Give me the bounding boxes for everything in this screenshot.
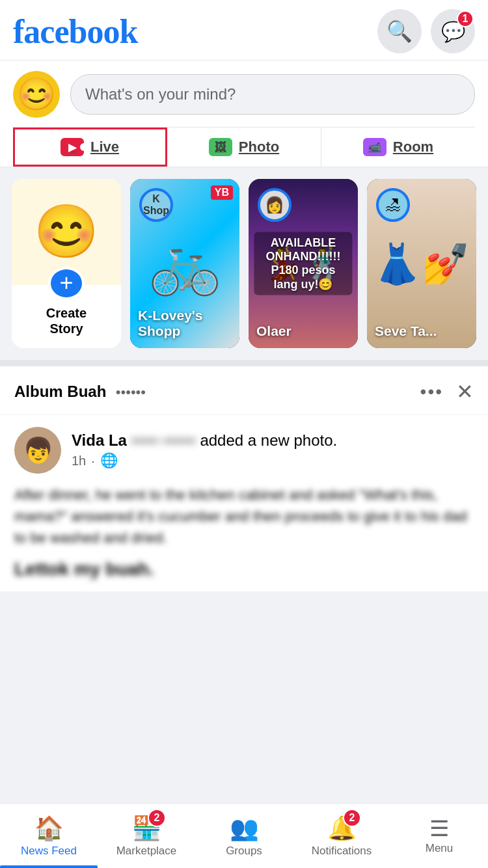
live-button[interactable]: Live (13, 128, 167, 167)
story-name-klovey: K-Lovey's Shopp (138, 308, 232, 339)
room-label: Room (393, 139, 433, 156)
story-card-olaer[interactable]: 👩 AVAILABLE ONHAND!!!!!! P180 pesos lang… (249, 179, 358, 348)
nav-label-newsfeed: News Feed (21, 845, 77, 858)
header: facebook 🔍 💬 1 (0, 0, 488, 61)
post-separator: · (91, 454, 95, 468)
nav-label-notifications: Notifications (312, 845, 372, 858)
messenger-button[interactable]: 💬 1 (431, 9, 475, 53)
photo-icon (209, 138, 232, 156)
post-album-subtitle: •••••• (116, 384, 146, 400)
post-author-row: 👦 Vida La ••••• •••••• added a new photo… (14, 427, 474, 474)
search-button[interactable]: 🔍 (377, 9, 422, 53)
nav-item-notifications[interactable]: 2 🔔 Notifications (293, 804, 390, 868)
create-story-plus: + (48, 267, 85, 300)
post-meta: 1h · 🌐 (72, 452, 474, 469)
story-card-klovey[interactable]: YB KShop K-Lovey's Shopp (130, 179, 239, 348)
post-blurred-footer: Lettok my buah. (14, 559, 474, 580)
photo-button[interactable]: Photo (167, 128, 321, 167)
stories-section: 😊 + CreateStory YB KShop K-Lovey's Shopp… (0, 167, 488, 360)
close-post-icon[interactable]: ✕ (456, 379, 474, 404)
story-avatar-olaer: 👩 (258, 188, 291, 222)
create-story-label: CreateStory (46, 305, 87, 336)
nav-icon-home: 🏠 (34, 815, 64, 842)
nav-item-newsfeed[interactable]: 🏠 News Feed (0, 804, 98, 868)
nav-label-menu: Menu (426, 842, 454, 855)
post-privacy-icon: 🌐 (100, 452, 118, 469)
mind-bar: 😊 What's on your mind? Live Photo Room (0, 61, 488, 167)
post-author-info: Vida La ••••• •••••• added a new photo. … (72, 431, 474, 469)
mind-input[interactable]: What's on your mind? (70, 74, 475, 115)
nav-label-marketplace: Marketplace (116, 845, 177, 858)
bottom-nav: 🏠 News Feed 2 🏪 Marketplace 👥 Groups 2 🔔… (0, 803, 488, 868)
story-name-seve: Seve Ta... (375, 323, 468, 339)
post-album-info: Album Buah •••••• (14, 383, 146, 401)
section-divider (0, 360, 488, 366)
post-action: added a new photo. (200, 431, 337, 449)
nav-active-bar (0, 865, 98, 868)
messenger-badge: 1 (457, 10, 474, 27)
nav-item-marketplace[interactable]: 2 🏪 Marketplace (98, 804, 195, 868)
nav-icon-groups: 👥 (230, 815, 259, 842)
post-album-title: Album Buah (14, 383, 106, 400)
story-avatar-klovey: KShop (139, 188, 173, 222)
live-label: Live (90, 139, 119, 156)
nav-item-groups[interactable]: 👥 Groups (195, 804, 293, 868)
post-author-avatar: 👦 (14, 427, 61, 474)
post-time: 1h (72, 454, 86, 468)
facebook-logo: facebook (13, 12, 137, 51)
nav-item-menu[interactable]: ☰ Menu (390, 804, 488, 868)
photo-label: Photo (239, 139, 279, 156)
story-yb-badge: YB (211, 185, 233, 200)
search-icon: 🔍 (386, 19, 413, 44)
create-story-card[interactable]: 😊 + CreateStory (12, 179, 121, 348)
post-header-actions: ••• ✕ (420, 379, 474, 404)
live-icon (61, 138, 84, 156)
action-buttons: Live Photo Room (13, 127, 475, 167)
room-button[interactable]: Room (321, 128, 475, 167)
nav-badge-marketplace: 2 (148, 809, 166, 827)
nav-badge-notifications: 2 (343, 809, 361, 827)
story-card-seve[interactable]: 🏖 Seve Ta... (367, 179, 476, 348)
room-icon (363, 138, 386, 156)
user-avatar: 😊 (13, 71, 60, 118)
post-text: After dinner, he went to the kitchen cab… (14, 484, 474, 549)
post-content: 👦 Vida La ••••• •••••• added a new photo… (0, 415, 488, 591)
story-overlay-olaer: AVAILABLE ONHAND!!!!!! P180 pesos lang u… (254, 232, 352, 295)
post-section: Album Buah •••••• ••• ✕ 👦 Vida La ••••• … (0, 366, 488, 591)
nav-icon-menu: ☰ (429, 817, 449, 839)
nav-label-groups: Groups (226, 845, 262, 858)
post-author-name-blurred: ••••• •••••• (131, 431, 196, 450)
more-options-icon[interactable]: ••• (420, 381, 443, 402)
story-name-olaer: Olaer (256, 323, 350, 339)
header-icons: 🔍 💬 1 (377, 9, 475, 53)
post-header-bar: Album Buah •••••• ••• ✕ (0, 366, 488, 415)
live-dot (80, 143, 88, 151)
post-author-name: Vida La ••••• •••••• added a new photo. (72, 431, 474, 450)
story-avatar-seve: 🏖 (376, 188, 410, 222)
